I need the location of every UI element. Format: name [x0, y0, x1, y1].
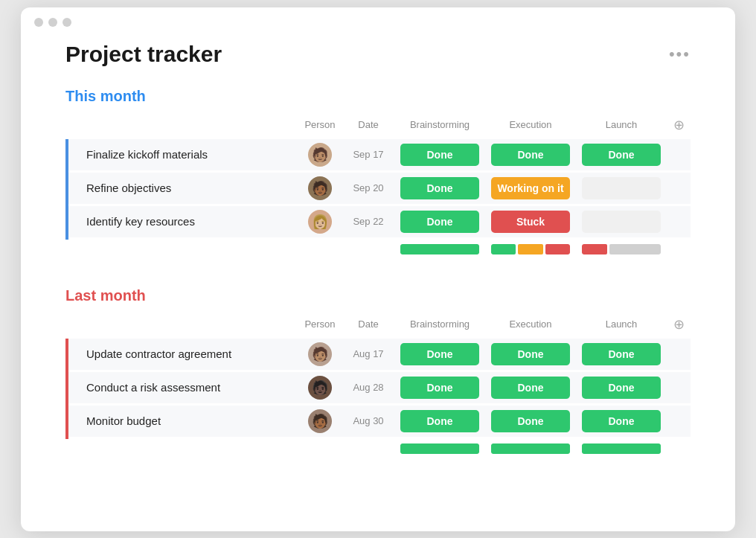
col-header-date: Date — [342, 316, 394, 339]
summary-launch — [576, 238, 667, 259]
bar-gray — [609, 244, 661, 254]
avatar: 🧑🏽 — [308, 143, 332, 167]
status-launch[interactable]: Done — [576, 339, 667, 371]
status-badge-done[interactable]: Done — [582, 377, 661, 399]
task-name: Conduct a risk assessment — [76, 381, 220, 394]
status-brainstorming[interactable]: Done — [394, 371, 485, 404]
summary-empty — [67, 438, 298, 458]
col-header-brainstorming: Brainstorming — [394, 117, 485, 139]
table-row: Monitor budget 🧑🏾 Aug 30 Done Done — [67, 404, 691, 438]
col-header-task — [67, 316, 298, 339]
status-launch[interactable]: Done — [576, 371, 667, 404]
add-column-button[interactable]: ⊕ — [673, 317, 685, 332]
status-badge-done[interactable]: Done — [582, 343, 661, 365]
summary-row — [67, 238, 691, 259]
status-execution[interactable]: Done — [485, 139, 576, 172]
bar-red — [545, 244, 570, 254]
date-cell: Aug 30 — [342, 404, 394, 438]
col-header-date: Date — [342, 117, 394, 139]
more-menu-button[interactable]: ••• — [669, 45, 691, 64]
col-header-brainstorming: Brainstorming — [394, 316, 485, 339]
row-extra — [667, 205, 691, 238]
status-brainstorming[interactable]: Done — [394, 205, 485, 238]
status-execution[interactable]: Done — [485, 339, 576, 371]
status-badge-done[interactable]: Done — [400, 144, 479, 166]
date-cell: Aug 28 — [342, 371, 394, 404]
col-header-add: ⊕ — [667, 316, 691, 339]
status-badge-done[interactable]: Done — [400, 377, 479, 399]
col-header-launch: Launch — [576, 117, 667, 139]
status-badge-done[interactable]: Done — [582, 410, 661, 432]
bar-green — [491, 244, 516, 254]
status-launch[interactable] — [576, 205, 667, 238]
status-badge-done[interactable]: Done — [491, 377, 570, 399]
summary-row — [67, 438, 691, 458]
status-brainstorming[interactable]: Done — [394, 139, 485, 172]
table-row: Conduct a risk assessment 🧑🏿 Aug 28 Done… — [67, 371, 691, 404]
table-row: Update contractor agreement 🧑🏽 Aug 17 Do… — [67, 339, 691, 371]
status-execution[interactable]: Working on it — [485, 171, 576, 205]
status-execution[interactable]: Done — [485, 371, 576, 404]
status-badge-done[interactable]: Done — [400, 177, 479, 199]
task-name: Update contractor agreement — [76, 348, 231, 360]
avatar: 👩🏼 — [308, 210, 332, 234]
status-badge-done[interactable]: Done — [400, 211, 479, 233]
bar-orange — [518, 244, 542, 254]
date-cell: Aug 17 — [342, 339, 394, 371]
titlebar — [21, 7, 735, 34]
status-badge-done[interactable]: Done — [582, 144, 661, 166]
avatar: 🧑🏾 — [308, 176, 332, 200]
date-cell: Sep 20 — [342, 171, 394, 205]
status-brainstorming[interactable]: Done — [394, 171, 485, 205]
bar-red — [582, 244, 607, 254]
status-badge-done[interactable]: Done — [491, 410, 570, 432]
section-last-month: Last month Person Date Brainstorming Exe… — [65, 287, 691, 458]
col-header-execution: Execution — [485, 117, 576, 139]
status-badge-done[interactable]: Done — [491, 144, 570, 166]
status-badge-working[interactable]: Working on it — [491, 177, 570, 199]
add-column-button[interactable]: ⊕ — [673, 118, 685, 132]
status-execution[interactable]: Done — [485, 404, 576, 438]
summary-empty — [298, 438, 342, 458]
table-header-row: Person Date Brainstorming Execution Laun… — [67, 316, 691, 339]
avatar-cell: 🧑🏽 — [298, 139, 342, 172]
row-extra — [667, 339, 691, 371]
col-header-execution: Execution — [485, 316, 576, 339]
avatar-cell: 🧑🏽 — [298, 339, 342, 371]
task-name-cell: Update contractor agreement — [67, 339, 298, 371]
dot3 — [63, 18, 71, 27]
row-extra — [667, 139, 691, 172]
summary-brainstorming — [394, 238, 485, 259]
table-row: Identify key resources 👩🏼 Sep 22 Done St… — [67, 205, 691, 238]
summary-launch — [576, 438, 667, 458]
dot1 — [34, 18, 43, 27]
date-cell: Sep 17 — [342, 139, 394, 172]
status-badge-done[interactable]: Done — [400, 343, 479, 365]
col-header-person: Person — [298, 316, 342, 339]
status-badge-done[interactable]: Done — [400, 410, 479, 432]
status-brainstorming[interactable]: Done — [394, 404, 485, 438]
status-brainstorming[interactable]: Done — [394, 339, 485, 371]
table-row: Finalize kickoff materials 🧑🏽 Sep 17 Don… — [67, 139, 691, 172]
task-name: Finalize kickoff materials — [76, 148, 208, 161]
status-launch[interactable]: Done — [576, 404, 667, 438]
task-name: Identify key resources — [76, 215, 195, 228]
status-badge-stuck[interactable]: Stuck — [491, 211, 570, 233]
row-extra — [667, 371, 691, 404]
summary-empty — [342, 438, 394, 458]
bar-green — [582, 443, 661, 454]
summary-empty — [67, 238, 298, 259]
row-extra — [667, 171, 691, 205]
task-name-cell: Finalize kickoff materials — [67, 139, 298, 172]
status-execution[interactable]: Stuck — [485, 205, 576, 238]
row-extra — [667, 404, 691, 438]
section-this-month: This month Person Date Brainstorming Exe… — [65, 88, 691, 259]
status-badge-done[interactable]: Done — [491, 343, 570, 365]
page-title: Project tracker — [65, 42, 222, 67]
status-launch[interactable] — [576, 171, 667, 205]
bar-green — [491, 443, 570, 454]
summary-execution — [485, 238, 576, 259]
avatar-cell: 🧑🏾 — [298, 404, 342, 438]
col-header-add: ⊕ — [667, 117, 691, 139]
status-launch[interactable]: Done — [576, 139, 667, 172]
